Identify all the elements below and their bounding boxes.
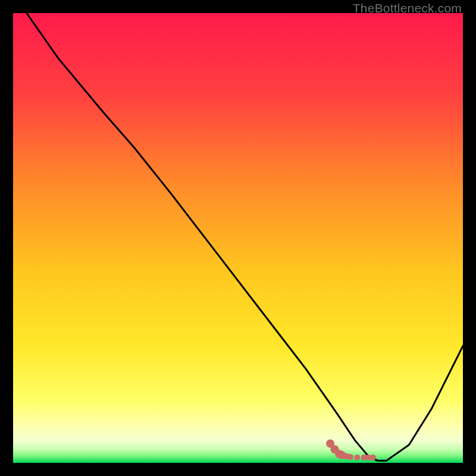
optimum-dot — [354, 455, 360, 461]
optimum-dot — [370, 455, 376, 461]
chart-svg — [13, 13, 463, 463]
watermark-text: TheBottleneck.com — [353, 1, 462, 15]
optimum-dot — [347, 454, 353, 460]
gradient-background — [13, 13, 463, 463]
chart-frame — [13, 13, 463, 463]
